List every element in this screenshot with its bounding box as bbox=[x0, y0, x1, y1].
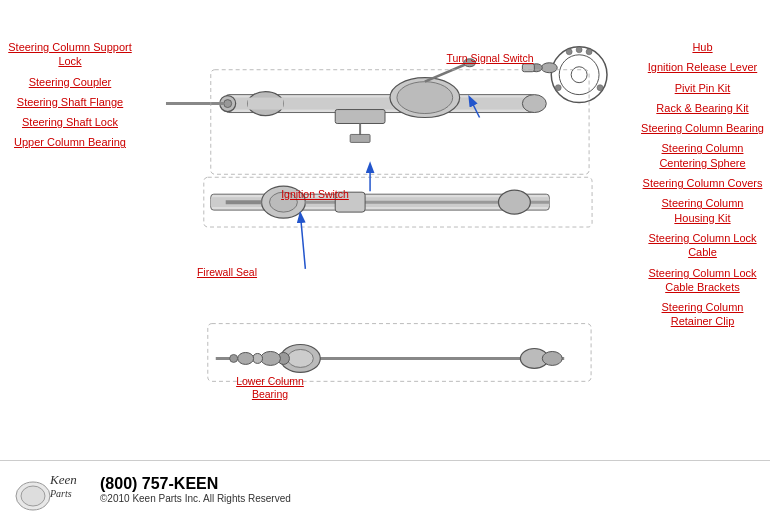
footer: Keen Parts (800) 757-KEEN ©2010 Keen Par… bbox=[0, 460, 770, 518]
svg-rect-10 bbox=[522, 64, 534, 72]
footer-info: (800) 757-KEEN ©2010 Keen Parts Inc. All… bbox=[100, 475, 291, 504]
svg-rect-20 bbox=[350, 134, 370, 142]
svg-point-36 bbox=[287, 349, 313, 367]
link-steering-column-centering-sphere[interactable]: Steering Column Centering Sphere bbox=[640, 141, 765, 170]
link-rack-bearing-kit[interactable]: Rack & Bearing Kit bbox=[640, 101, 765, 115]
svg-point-24 bbox=[224, 100, 232, 108]
svg-rect-18 bbox=[335, 110, 385, 124]
link-upper-column-bearing[interactable]: Upper Column Bearing bbox=[5, 135, 135, 149]
svg-point-51 bbox=[21, 486, 45, 506]
label-ignition-switch[interactable]: Ignition Switch bbox=[275, 188, 355, 201]
footer-copyright: ©2010 Keen Parts Inc. All Rights Reserve… bbox=[100, 493, 291, 504]
link-steering-column-lock-cable[interactable]: Steering Column Lock Cable bbox=[640, 231, 765, 260]
keen-parts-logo-svg: Keen Parts bbox=[13, 466, 88, 514]
svg-point-5 bbox=[555, 85, 561, 91]
label-lower-column-bearing[interactable]: Lower Column Bearing bbox=[225, 375, 315, 400]
link-pivot-pin-kit[interactable]: Pivit Pin Kit bbox=[640, 81, 765, 95]
svg-rect-22 bbox=[248, 98, 284, 110]
svg-point-32 bbox=[498, 190, 530, 214]
link-steering-column-lock-cable-brackets[interactable]: Steering Column Lock Cable Brackets bbox=[640, 266, 765, 295]
page-container: Steering Column Support LockSteering Cou… bbox=[0, 0, 770, 518]
label-firewall-seal[interactable]: Firewall Seal bbox=[187, 266, 267, 279]
parts-diagram-svg bbox=[135, 10, 635, 458]
footer-phone: (800) 757-KEEN bbox=[100, 475, 291, 493]
svg-point-43 bbox=[542, 351, 562, 365]
svg-point-15 bbox=[397, 82, 453, 114]
svg-line-49 bbox=[300, 214, 305, 269]
link-steering-column-covers[interactable]: Steering Column Covers bbox=[640, 176, 765, 190]
link-ignition-release-lever[interactable]: Ignition Release Lever bbox=[640, 60, 765, 74]
svg-point-7 bbox=[586, 49, 592, 55]
svg-point-8 bbox=[541, 63, 557, 73]
link-hub[interactable]: Hub bbox=[640, 40, 765, 54]
link-steering-column-housing-kit[interactable]: Steering Column Housing Kit bbox=[640, 196, 765, 225]
link-steering-column-retainer-clip[interactable]: Steering Column Retainer Clip bbox=[640, 300, 765, 329]
svg-point-41 bbox=[230, 354, 238, 362]
svg-point-1 bbox=[559, 55, 599, 95]
left-sidebar: Steering Column Support LockSteering Cou… bbox=[5, 40, 135, 156]
svg-point-6 bbox=[566, 49, 572, 55]
link-steering-column-support-lock[interactable]: Steering Column Support Lock bbox=[5, 40, 135, 69]
footer-logo: Keen Parts bbox=[10, 465, 90, 515]
diagram-area: Turn Signal Switch Ignition Switch Firew… bbox=[135, 10, 635, 458]
label-turn-signal-switch[interactable]: Turn Signal Switch bbox=[445, 52, 535, 65]
svg-point-13 bbox=[522, 95, 546, 113]
link-steering-shaft-lock[interactable]: Steering Shaft Lock bbox=[5, 115, 135, 129]
svg-line-16 bbox=[425, 65, 465, 82]
svg-point-4 bbox=[597, 85, 603, 91]
right-sidebar: HubIgnition Release LeverPivit Pin KitRa… bbox=[640, 40, 765, 335]
svg-point-38 bbox=[261, 351, 281, 365]
svg-point-2 bbox=[571, 67, 587, 83]
svg-text:Keen: Keen bbox=[49, 472, 77, 487]
svg-text:Parts: Parts bbox=[49, 488, 72, 499]
link-steering-column-bearing[interactable]: Steering Column Bearing bbox=[640, 121, 765, 135]
svg-point-40 bbox=[238, 352, 254, 364]
link-steering-shaft-flange[interactable]: Steering Shaft Flange bbox=[5, 95, 135, 109]
svg-point-3 bbox=[576, 47, 582, 53]
link-steering-coupler[interactable]: Steering Coupler bbox=[5, 75, 135, 89]
